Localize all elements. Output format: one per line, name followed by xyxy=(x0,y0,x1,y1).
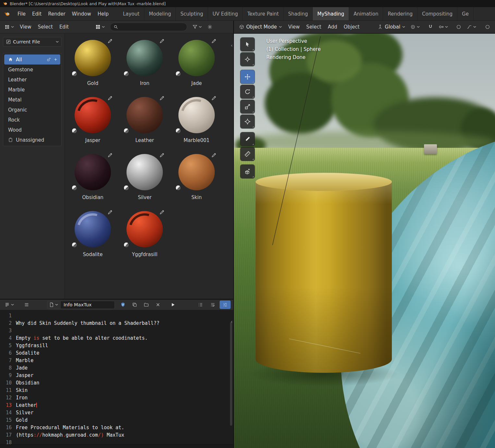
workspace-tab-shading[interactable]: Shading xyxy=(284,7,313,20)
catalog-drag-icon[interactable] xyxy=(47,57,51,62)
edit-asset-button[interactable] xyxy=(107,95,113,101)
edit-asset-button[interactable] xyxy=(211,152,217,158)
viewport-menu-object[interactable]: Object xyxy=(340,24,363,30)
asset-name: Jasper xyxy=(85,137,100,143)
text-editor-body[interactable]: 12Why did Skin Suddenly thumbnail on a S… xyxy=(0,310,233,446)
pivot-icon xyxy=(410,24,416,29)
settings-gear-button[interactable] xyxy=(204,23,215,31)
measure-tool[interactable] xyxy=(240,147,255,161)
run-script-button[interactable] xyxy=(167,301,178,309)
catalog-row-marble[interactable]: Marble xyxy=(4,85,60,95)
asset-tile-iron[interactable]: Iron xyxy=(119,36,171,93)
asset-tile-skin[interactable]: Skin xyxy=(171,150,223,207)
catalog-row-gemstone[interactable]: Gemstone xyxy=(4,65,60,75)
viewport-menu-add[interactable]: Add xyxy=(324,24,340,30)
snap-settings-select[interactable] xyxy=(437,23,450,31)
workspace-tab-modeling[interactable]: Modeling xyxy=(144,7,176,20)
annotate-tool[interactable] xyxy=(240,132,255,146)
asset-tile-obsidian[interactable]: Obsidian xyxy=(67,150,119,207)
proportional-editing-toggle[interactable] xyxy=(453,23,464,31)
viewport-extra-button[interactable] xyxy=(482,23,493,31)
asset-tile-jade[interactable]: Jade xyxy=(171,36,223,93)
catalog-row-unassigned[interactable]: Unassigned xyxy=(4,135,60,145)
catalog-row-all[interactable]: All xyxy=(4,54,60,65)
open-text-button[interactable] xyxy=(141,301,152,309)
word-wrap-toggle[interactable] xyxy=(207,301,218,309)
asset-tile-yggfdrasill[interactable]: Yggfdrasill xyxy=(119,207,171,264)
workspace-tab-ge[interactable]: Ge xyxy=(457,7,474,20)
asset-tile-leather[interactable]: Leather xyxy=(119,93,171,150)
workspace-tab-texture-paint[interactable]: Texture Paint xyxy=(243,7,284,20)
catalog-row-organic[interactable]: Organic xyxy=(4,105,60,115)
asset-menu-edit[interactable]: Edit xyxy=(56,24,72,30)
workspace-tab-layout[interactable]: Layout xyxy=(118,7,144,20)
panel-collapse-arrow-icon[interactable]: ‹ xyxy=(231,43,233,48)
snap-magnet-toggle[interactable] xyxy=(425,23,436,31)
blender-menu-icon[interactable] xyxy=(0,11,14,17)
text-datablock-select[interactable] xyxy=(47,301,60,309)
menu-render[interactable]: Render xyxy=(45,7,68,21)
scale-tool[interactable] xyxy=(240,100,255,113)
edit-asset-button[interactable] xyxy=(159,38,165,44)
workspace-tab-uv-editing[interactable]: UV Editing xyxy=(208,7,243,20)
duplicate-text-button[interactable] xyxy=(129,301,140,309)
menu-window[interactable]: Window xyxy=(69,7,94,21)
add-cube-tool[interactable] xyxy=(240,165,255,178)
workspace-tab-compositing[interactable]: Compositing xyxy=(417,7,457,20)
catalog-row-leather[interactable]: Leather xyxy=(4,75,60,85)
text-datablock-name-field[interactable]: Info MaxTux xyxy=(60,301,115,309)
menu-help[interactable]: Help xyxy=(94,7,112,21)
edit-asset-button[interactable] xyxy=(159,95,165,101)
unlink-text-button[interactable] xyxy=(152,301,163,309)
editor-menus-button[interactable] xyxy=(21,301,32,309)
select-box-tool[interactable] xyxy=(240,38,255,51)
edit-asset-button[interactable] xyxy=(107,152,113,158)
move-tool[interactable] xyxy=(240,70,255,84)
asset-tile-marble001[interactable]: Marble001 xyxy=(171,93,223,150)
workspace-tab-myshading[interactable]: MyShading xyxy=(313,7,349,20)
editor-type-text-button[interactable] xyxy=(3,301,16,309)
rotate-tool[interactable] xyxy=(240,85,255,99)
catalog-row-wood[interactable]: Wood xyxy=(4,125,60,135)
viewport-scene[interactable]: User Perspective(1) Collection | SphereR… xyxy=(234,34,495,448)
asset-tile-silver[interactable]: Silver xyxy=(119,150,171,207)
workspace-tab-rendering[interactable]: Rendering xyxy=(383,7,417,20)
edit-asset-button[interactable] xyxy=(211,95,217,101)
pivot-point-select[interactable] xyxy=(408,23,422,31)
asset-menu-select[interactable]: Select xyxy=(35,24,56,30)
catalog-row-metal[interactable]: Metal xyxy=(4,95,60,105)
display-size-button[interactable] xyxy=(93,23,107,31)
edit-asset-button[interactable] xyxy=(159,209,165,215)
asset-tile-jasper[interactable]: Jasper xyxy=(67,93,119,150)
mode-select[interactable]: Object Mode xyxy=(236,23,284,31)
workspace-tab-sculpting[interactable]: Sculpting xyxy=(176,7,208,20)
scrollbar[interactable] xyxy=(230,322,232,426)
asset-tile-gold[interactable]: Gold xyxy=(67,36,119,93)
asset-menu-view[interactable]: View xyxy=(17,24,35,30)
menu-edit[interactable]: Edit xyxy=(29,7,45,21)
viewport-menu-view[interactable]: View xyxy=(285,24,303,30)
edit-asset-button[interactable] xyxy=(107,209,113,215)
menu-file[interactable]: File xyxy=(14,7,29,21)
add-catalog-icon[interactable] xyxy=(54,57,58,62)
catalog-row-rock[interactable]: Rock xyxy=(4,115,60,125)
edit-asset-button[interactable] xyxy=(159,152,165,158)
shield-toggle-button[interactable] xyxy=(117,301,128,309)
edit-asset-button[interactable] xyxy=(107,38,113,44)
panel-collapse-arrow-icon[interactable]: ‹ xyxy=(231,319,233,324)
editor-type-asset-browser-button[interactable] xyxy=(3,23,16,31)
transform-orientation-select[interactable]: Global xyxy=(375,23,408,31)
line-numbers-toggle[interactable] xyxy=(195,301,206,309)
syntax-highlight-toggle[interactable] xyxy=(220,301,231,309)
workspace-tab-animation[interactable]: Animation xyxy=(349,7,383,20)
asset-source-select[interactable]: Current File xyxy=(3,37,62,47)
asset-tile-sodalite[interactable]: Sodalite xyxy=(67,207,119,264)
edit-asset-button[interactable] xyxy=(211,38,217,44)
cursor-tool[interactable] xyxy=(240,53,255,66)
proportional-falloff-select[interactable] xyxy=(465,23,478,31)
transform-tool[interactable] xyxy=(240,115,255,128)
viewport-menu-select[interactable]: Select xyxy=(303,24,324,30)
asset-search-input[interactable] xyxy=(110,23,187,31)
code-text: Free Procedural Materials to look at. xyxy=(16,424,124,431)
filter-button[interactable] xyxy=(190,23,204,31)
